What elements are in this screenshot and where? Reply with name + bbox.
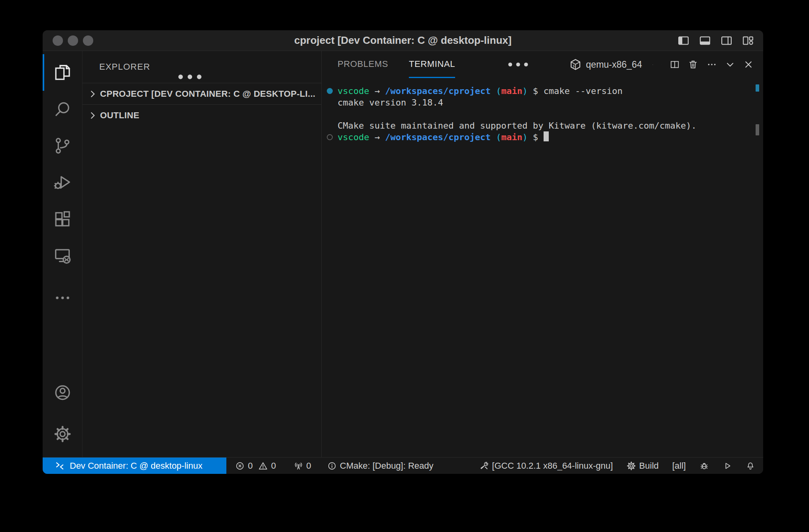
sidebar-item-extensions[interactable] <box>43 201 82 237</box>
gear-icon <box>53 425 72 443</box>
traffic-lights <box>53 35 93 46</box>
window-title: cproject [Dev Container: C @ desktop-lin… <box>294 34 511 47</box>
bug-icon <box>699 461 709 471</box>
problems-status[interactable]: 0 <box>235 461 253 471</box>
explorer-section-outline[interactable]: OUTLINE <box>82 104 321 126</box>
vscode-window: cproject [Dev Container: C @ desktop-lin… <box>43 30 763 474</box>
status-bar: Dev Container: C @ desktop-linux 0 0 0 C… <box>43 457 763 474</box>
terminal-line: cmake version 3.18.4 <box>322 97 763 108</box>
radio-tower-icon <box>294 461 303 471</box>
error-icon <box>235 461 245 471</box>
panel-header: PROBLEMS TERMINAL qemu-x86_64 <box>322 51 763 78</box>
git-branch-icon <box>53 137 72 155</box>
run-debug-icon <box>53 173 72 192</box>
ellipsis-icon <box>53 289 72 307</box>
zoom-window-button[interactable] <box>83 35 93 46</box>
ports-status[interactable]: 0 <box>294 461 311 471</box>
error-count: 0 <box>248 461 253 471</box>
terminal-command: cmake --version <box>544 85 623 97</box>
notifications-button[interactable] <box>746 461 755 471</box>
panel-views-more-icon[interactable] <box>467 51 569 78</box>
tab-problems[interactable]: PROBLEMS <box>338 51 388 78</box>
settings-button[interactable] <box>43 416 82 452</box>
ports-count: 0 <box>306 461 311 471</box>
tab-label: PROBLEMS <box>338 59 388 69</box>
remote-icon <box>55 461 65 471</box>
files-icon <box>53 63 72 82</box>
warning-count: 0 <box>271 461 276 471</box>
terminal-session-label: qemu-x86_64 <box>586 59 642 70</box>
account-icon <box>53 383 72 402</box>
build-target-label: [all] <box>672 461 686 471</box>
search-icon <box>53 100 72 118</box>
warnings-status[interactable]: 0 <box>258 461 276 471</box>
explorer-actions-icon[interactable] <box>71 61 309 93</box>
terminal-line <box>322 108 763 120</box>
close-window-button[interactable] <box>53 35 63 46</box>
sidebar-item-source-control[interactable] <box>43 127 82 164</box>
extensions-icon <box>53 210 72 228</box>
chevron-right-icon <box>87 110 98 121</box>
cmake-build-button[interactable]: Build <box>626 461 659 471</box>
command-decoration-icon[interactable] <box>327 134 333 140</box>
cmake-kit-status[interactable]: [GCC 10.2.1 x86_64-linux-gnu] <box>479 461 613 471</box>
accounts-button[interactable] <box>43 374 82 411</box>
terminal-cursor <box>544 131 549 141</box>
info-icon <box>327 461 337 471</box>
terminal-profile-cube-icon <box>569 58 582 71</box>
cmake-status[interactable]: CMake: [Debug]: Ready <box>327 461 434 471</box>
remote-label: Dev Container: C @ desktop-linux <box>70 461 202 471</box>
activity-bar <box>43 51 82 457</box>
remote-indicator[interactable]: Dev Container: C @ desktop-linux <box>43 458 226 474</box>
sidebar-item-search[interactable] <box>43 91 82 127</box>
scrollbar-command-mark <box>756 84 759 92</box>
warning-icon <box>258 461 268 471</box>
terminal-output[interactable]: vscode → /workspaces/cproject (main) $ c… <box>322 78 763 457</box>
new-terminal-icon[interactable] <box>652 58 653 71</box>
sidebar-header: EXPLORER <box>82 51 321 83</box>
remote-explorer-icon <box>53 246 72 265</box>
play-icon <box>723 461 732 471</box>
terminal-session-tab[interactable]: qemu-x86_64 <box>569 58 642 71</box>
tab-terminal[interactable]: TERMINAL <box>409 51 455 78</box>
minimize-window-button[interactable] <box>68 35 78 46</box>
tools-icon <box>479 461 489 471</box>
sidebar-item-remote-explorer[interactable] <box>43 237 82 274</box>
build-label: Build <box>639 461 659 471</box>
terminal-line: CMake suite maintained and supported by … <box>322 120 763 131</box>
tab-label: TERMINAL <box>409 59 455 69</box>
command-decoration-icon[interactable] <box>327 88 333 94</box>
section-label: OUTLINE <box>100 110 139 121</box>
scrollbar-thumb[interactable] <box>756 124 759 135</box>
kit-label: [GCC 10.2.1 x86_64-linux-gnu] <box>492 461 613 471</box>
cmake-debug-button[interactable] <box>699 461 709 471</box>
terminal-prompt-line: vscode → /workspaces/cproject (main) $ <box>322 131 763 143</box>
activity-bar-more[interactable] <box>43 280 82 316</box>
sidebar-item-run-debug[interactable] <box>43 164 82 201</box>
bell-icon <box>746 461 755 471</box>
cmake-run-button[interactable] <box>723 461 732 471</box>
bottom-panel: PROBLEMS TERMINAL qemu-x86_64 <box>322 51 763 457</box>
launch-profile-chevron-icon[interactable] <box>661 60 662 69</box>
explorer-sidebar: EXPLORER CPROJECT [DEV CONTAINER: C @ DE… <box>82 51 322 457</box>
cmake-status-label: CMake: [Debug]: Ready <box>340 461 434 471</box>
gear-icon <box>626 461 636 471</box>
cmake-build-target[interactable]: [all] <box>672 461 686 471</box>
terminal-line: vscode → /workspaces/cproject (main) $ c… <box>322 85 763 97</box>
